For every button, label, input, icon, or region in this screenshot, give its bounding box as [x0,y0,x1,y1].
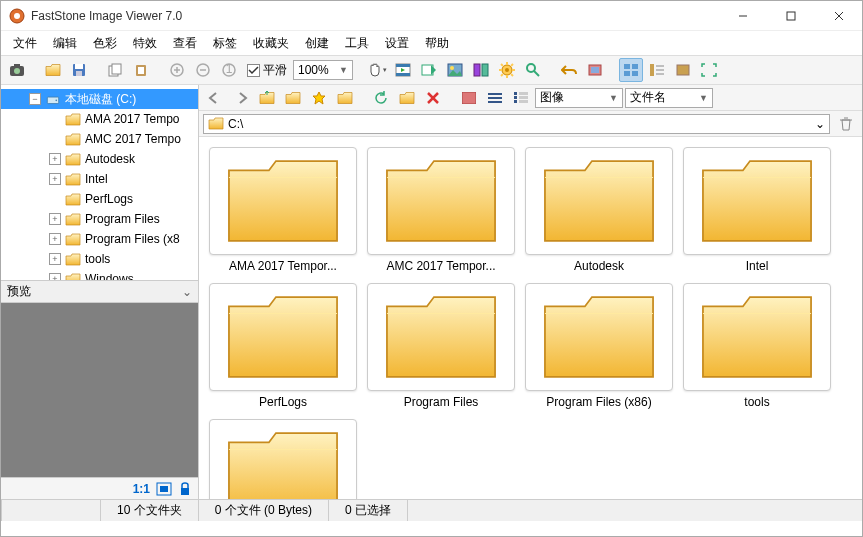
folder-thumb[interactable]: Program Files [365,283,517,409]
paste-icon[interactable] [129,58,153,82]
fit-window-icon[interactable] [156,482,172,496]
nav-home-icon[interactable] [281,86,305,110]
trash-icon[interactable] [834,112,858,136]
tree-item[interactable]: PerfLogs [1,189,198,209]
zoom-combo[interactable]: 100%▼ [293,60,353,80]
svg-text:1: 1 [226,62,233,76]
folder-icon [532,154,666,248]
menu-effects[interactable]: 特效 [127,33,163,54]
settings-gear-icon[interactable] [495,58,519,82]
save-icon[interactable] [67,58,91,82]
tree-item[interactable]: +Program Files [1,209,198,229]
right-panel: 图像▼ 文件名▼ C:\ ⌄ AMA 2017 Tempor... AMC 20… [199,85,862,499]
acquire-icon[interactable] [5,58,29,82]
view-details-icon[interactable] [645,58,669,82]
maximize-button[interactable] [776,6,806,26]
sort-combo[interactable]: 文件名▼ [625,88,713,108]
new-folder-icon[interactable] [395,86,419,110]
window-title: FastStone Image Viewer 7.0 [31,9,728,23]
menu-tools[interactable]: 工具 [339,33,375,54]
folder-icon [216,426,350,499]
svg-rect-72 [519,100,528,103]
view-single-icon[interactable] [671,58,695,82]
preview-pane [1,303,198,477]
undo-icon[interactable] [557,58,581,82]
tree-item[interactable]: +Windows [1,269,198,281]
menu-create[interactable]: 创建 [299,33,335,54]
view-small-icon[interactable] [509,86,533,110]
thumbnail-view[interactable]: AMA 2017 Tempor... AMC 2017 Tempor... Au… [199,137,862,499]
svg-line-41 [501,64,503,66]
chevron-down-icon[interactable]: ⌄ [182,285,192,299]
svg-point-9 [14,68,20,74]
nav-forward-icon[interactable] [229,86,253,110]
folder-thumb[interactable]: AMA 2017 Tempor... [207,147,359,273]
refresh-icon[interactable] [369,86,393,110]
svg-rect-17 [138,67,144,74]
menu-help[interactable]: 帮助 [419,33,455,54]
folder-icon [65,133,81,146]
slideshow-icon[interactable] [391,58,415,82]
folder-icon [65,153,81,166]
nav-fav-icon[interactable] [307,86,331,110]
smooth-checkbox[interactable]: 平滑 [243,62,291,79]
zoom-in-icon[interactable] [165,58,189,82]
tree-drive-c[interactable]: − 本地磁盘 (C:) [1,89,198,109]
minimize-button[interactable] [728,6,758,26]
svg-line-43 [501,74,503,76]
svg-line-44 [511,64,513,66]
folder-thumb[interactable]: PerfLogs [207,283,359,409]
svg-rect-70 [519,96,528,99]
tree-item[interactable]: +Intel [1,169,198,189]
preview-footer: 1:1 [1,477,198,499]
folder-tree[interactable]: − 本地磁盘 (C:) AMA 2017 Tempo AMC 2017 Temp… [1,85,198,281]
delete-icon[interactable] [421,86,445,110]
hand-icon[interactable]: ▾ [365,58,389,82]
skin-icon[interactable] [583,58,607,82]
open-icon[interactable] [41,58,65,82]
search-icon[interactable] [521,58,545,82]
menu-tags[interactable]: 标签 [207,33,243,54]
svg-rect-60 [181,488,189,495]
copy-icon[interactable] [103,58,127,82]
chevron-down-icon[interactable]: ⌄ [815,117,825,131]
view-thumbnails-icon[interactable] [619,58,643,82]
menu-settings[interactable]: 设置 [379,33,415,54]
actual-size-icon[interactable]: 1 [217,58,241,82]
folder-thumb[interactable]: tools [681,283,833,409]
svg-rect-48 [591,67,599,73]
svg-rect-57 [677,65,689,75]
menu-color[interactable]: 色彩 [87,33,123,54]
view-list-icon[interactable] [483,86,507,110]
nav-back-icon[interactable] [203,86,227,110]
close-button[interactable] [824,6,854,26]
folder-thumb[interactable]: Autodesk [523,147,675,273]
tree-item[interactable]: +tools [1,249,198,269]
nav-up-icon[interactable] [255,86,279,110]
path-input[interactable]: C:\ ⌄ [203,114,830,134]
compare-icon[interactable] [469,58,493,82]
folder-thumb[interactable]: AMC 2017 Tempor... [365,147,517,273]
folder-thumb[interactable]: Windows [207,419,359,499]
tree-item[interactable]: AMA 2017 Tempo [1,109,198,129]
lock-zoom-icon[interactable] [178,482,192,496]
wallpaper-icon[interactable] [443,58,467,82]
svg-rect-12 [75,64,83,69]
folder-thumb[interactable]: Program Files (x86) [523,283,675,409]
tree-item[interactable]: AMC 2017 Tempo [1,129,198,149]
menu-file[interactable]: 文件 [7,33,43,54]
tree-item[interactable]: +Autodesk [1,149,198,169]
folder-icon [208,117,224,130]
view-large-icon[interactable] [457,86,481,110]
folder-thumb[interactable]: Intel [681,147,833,273]
fullscreen-icon[interactable] [697,58,721,82]
nav-desktop-icon[interactable] [333,86,357,110]
send-icon[interactable] [417,58,441,82]
menu-view[interactable]: 查看 [167,33,203,54]
zoom-out-icon[interactable] [191,58,215,82]
menu-favorites[interactable]: 收藏夹 [247,33,295,54]
tree-item[interactable]: +Program Files (x8 [1,229,198,249]
menu-edit[interactable]: 编辑 [47,33,83,54]
svg-point-3 [14,13,20,19]
filter-combo[interactable]: 图像▼ [535,88,623,108]
